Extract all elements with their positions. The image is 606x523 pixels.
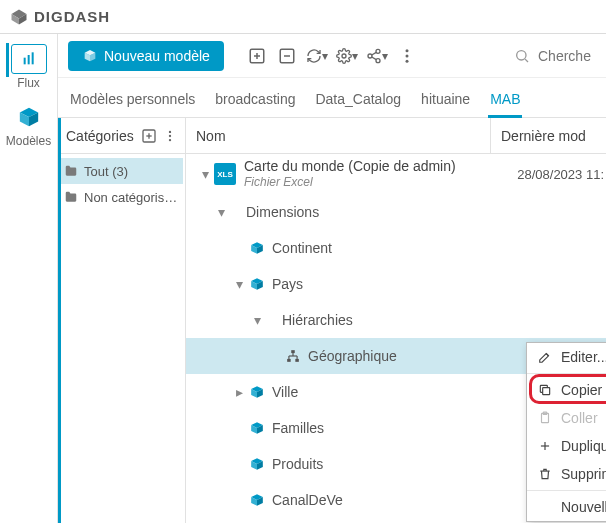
svg-point-24 bbox=[405, 54, 408, 57]
ctx-label: Copier bbox=[561, 382, 602, 398]
svg-rect-4 bbox=[27, 55, 29, 64]
tree-continent[interactable]: ▸ Continent bbox=[186, 230, 606, 266]
ctx-paste: Coller Ctrl+V bbox=[527, 404, 606, 432]
svg-point-17 bbox=[342, 54, 346, 58]
ctx-label: Editer... bbox=[561, 349, 606, 365]
rail-item-flux[interactable]: Flux bbox=[5, 40, 53, 94]
svg-rect-62 bbox=[543, 388, 550, 395]
more-vertical-icon[interactable] bbox=[396, 45, 418, 67]
cube-plus-icon bbox=[82, 48, 98, 64]
edit-icon bbox=[537, 350, 553, 364]
copy-icon bbox=[537, 383, 553, 397]
brand-logo-icon bbox=[10, 8, 28, 26]
svg-point-23 bbox=[405, 49, 408, 52]
tab-broadcasting[interactable]: broadcasting bbox=[213, 85, 297, 117]
new-model-button[interactable]: Nouveau modèle bbox=[68, 41, 224, 71]
chevron-down-icon[interactable]: ▾ bbox=[196, 166, 214, 182]
xls-badge-icon: XLS bbox=[214, 163, 236, 185]
svg-point-20 bbox=[376, 58, 380, 62]
tree-label: Dimensions bbox=[246, 204, 319, 220]
search-icon bbox=[514, 48, 530, 64]
left-rail: Flux Modèles bbox=[0, 34, 58, 523]
tab-hituaine[interactable]: hituaine bbox=[419, 85, 472, 117]
folder-icon bbox=[64, 164, 78, 178]
svg-point-33 bbox=[169, 138, 171, 140]
ctx-label: Dupliquer... bbox=[561, 438, 606, 454]
chevron-down-icon[interactable]: ▾ bbox=[248, 312, 266, 328]
search-input[interactable] bbox=[536, 47, 596, 65]
categories-more-icon[interactable] bbox=[163, 129, 177, 143]
svg-line-22 bbox=[372, 57, 377, 60]
tree-label: Familles bbox=[272, 420, 324, 436]
ctx-edit[interactable]: Editer... Alt+Entrée bbox=[527, 343, 606, 371]
rail-item-modeles[interactable]: Modèles bbox=[5, 98, 53, 152]
cube-icon bbox=[248, 493, 266, 507]
rail-item-label: Flux bbox=[17, 76, 40, 90]
tab-data-catalog[interactable]: Data_Catalog bbox=[313, 85, 403, 117]
brand-name: DIGDASH bbox=[34, 8, 110, 25]
categories-header: Catégories bbox=[66, 128, 134, 144]
workspace-toolbar: Nouveau modèle ▾ ▾ ▾ bbox=[58, 34, 606, 78]
new-model-label: Nouveau modèle bbox=[104, 48, 210, 64]
file-name: Carte du monde (Copie de admin) bbox=[244, 158, 456, 175]
categories-pane: Catégories Tout (3) Non catégoris… bbox=[58, 118, 186, 523]
tree-dimensions[interactable]: ▾ Dimensions bbox=[186, 194, 606, 230]
file-row[interactable]: ▾ XLS Carte du monde (Copie de admin) Fi… bbox=[186, 154, 606, 194]
ctx-label: Supprimer bbox=[561, 466, 606, 482]
cube-icon bbox=[248, 277, 266, 291]
file-date: 28/08/2023 11: bbox=[517, 167, 606, 182]
tree-pays[interactable]: ▾ Pays bbox=[186, 266, 606, 302]
trash-icon bbox=[537, 467, 553, 481]
ctx-duplicate[interactable]: Dupliquer... bbox=[527, 432, 606, 460]
folder-icon bbox=[64, 190, 78, 204]
category-uncategorized[interactable]: Non catégoris… bbox=[60, 184, 183, 210]
category-label: Tout (3) bbox=[84, 164, 128, 179]
svg-rect-40 bbox=[291, 350, 295, 353]
app-header: DIGDASH bbox=[0, 0, 606, 34]
chevron-right-icon[interactable]: ▸ bbox=[230, 384, 248, 400]
tree-hierarchies[interactable]: ▾ Hiérarchies bbox=[186, 302, 606, 338]
minus-square-icon[interactable] bbox=[276, 45, 298, 67]
ctx-new-hierarchy[interactable]: Nouvelle hiérarchie ▸ bbox=[527, 493, 606, 521]
file-type: Fichier Excel bbox=[244, 175, 456, 189]
category-all[interactable]: Tout (3) bbox=[60, 158, 183, 184]
svg-point-26 bbox=[517, 50, 526, 59]
add-category-icon[interactable] bbox=[141, 128, 157, 144]
column-name[interactable]: Nom bbox=[186, 118, 490, 153]
tab-personal-models[interactable]: Modèles personnels bbox=[68, 85, 197, 117]
plus-icon bbox=[537, 439, 553, 453]
ctx-delete[interactable]: Supprimer Suppr bbox=[527, 460, 606, 488]
svg-rect-41 bbox=[287, 359, 291, 362]
share-icon[interactable]: ▾ bbox=[366, 45, 388, 67]
column-date[interactable]: Dernière mod bbox=[490, 118, 606, 153]
svg-rect-5 bbox=[31, 52, 33, 64]
tree-label: Pays bbox=[272, 276, 303, 292]
search-box[interactable] bbox=[504, 47, 596, 65]
tree-label: Continent bbox=[272, 240, 332, 256]
model-tabs: Modèles personnels broadcasting Data_Cat… bbox=[58, 78, 606, 118]
svg-rect-3 bbox=[23, 58, 25, 65]
category-label: Non catégoris… bbox=[84, 190, 177, 205]
rail-item-label: Modèles bbox=[6, 134, 51, 148]
tab-mab[interactable]: MAB bbox=[488, 85, 522, 117]
paste-icon bbox=[537, 411, 553, 425]
tree-label: Géographique bbox=[308, 348, 397, 364]
svg-point-18 bbox=[376, 49, 380, 53]
tree-label: Hiérarchies bbox=[282, 312, 353, 328]
cube-icon bbox=[18, 106, 40, 128]
model-tree: ▾ XLS Carte du monde (Copie de admin) Fi… bbox=[186, 154, 606, 523]
refresh-icon[interactable]: ▾ bbox=[306, 45, 328, 67]
cube-icon bbox=[248, 421, 266, 435]
cube-icon bbox=[248, 385, 266, 399]
chevron-down-icon[interactable]: ▾ bbox=[212, 204, 230, 220]
tree-label: Produits bbox=[272, 456, 323, 472]
add-square-icon[interactable] bbox=[246, 45, 268, 67]
svg-line-27 bbox=[525, 59, 528, 62]
bar-chart-icon bbox=[20, 51, 38, 67]
svg-rect-42 bbox=[295, 359, 299, 362]
gear-icon[interactable]: ▾ bbox=[336, 45, 358, 67]
ctx-label: Coller bbox=[561, 410, 598, 426]
ctx-copy[interactable]: Copier Ctrl+C bbox=[527, 376, 606, 404]
chevron-down-icon[interactable]: ▾ bbox=[230, 276, 248, 292]
tree-label: CanalDeVe bbox=[272, 492, 343, 508]
